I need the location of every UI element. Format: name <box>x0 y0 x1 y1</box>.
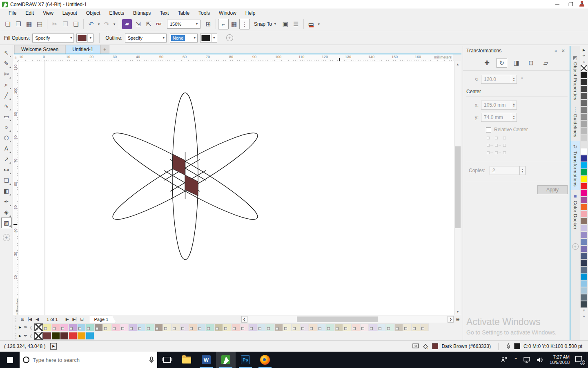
color-swatch[interactable] <box>580 162 588 169</box>
color-swatch[interactable] <box>369 323 377 331</box>
color-swatch[interactable] <box>309 323 317 331</box>
ellipse-tool[interactable]: ○ <box>1 122 12 132</box>
full-screen-preview-button[interactable]: ⊞ <box>203 19 214 29</box>
tab-transformations[interactable]: ↻ Transformations <box>570 141 580 190</box>
menu-item[interactable]: Window <box>214 9 241 17</box>
scroll-left-icon[interactable]: ❮ <box>241 316 247 323</box>
size-transform-button[interactable]: ⊡ <box>526 58 537 68</box>
taskbar-search[interactable] <box>20 352 157 368</box>
menu-item[interactable]: Effects <box>105 9 129 17</box>
color-swatch[interactable] <box>580 127 588 134</box>
anchor-checkbox[interactable] <box>495 144 498 147</box>
color-swatch[interactable] <box>580 183 588 190</box>
color-swatch[interactable] <box>249 323 257 331</box>
people-icon[interactable] <box>501 357 508 363</box>
menu-item[interactable]: Help <box>241 9 260 17</box>
minimize-button[interactable] <box>551 0 564 9</box>
color-swatch[interactable] <box>69 332 77 340</box>
color-swatch[interactable] <box>412 323 420 331</box>
color-swatch[interactable] <box>580 252 588 259</box>
toolbar-separator[interactable] <box>83 19 84 29</box>
vertical-ruler[interactable]: 1101009080706050403020 millimeters <box>13 61 18 315</box>
show-desktop-button[interactable] <box>586 352 588 368</box>
snap-to-dropdown[interactable]: Snap To ▾ <box>250 21 280 27</box>
fill-color-picker[interactable]: ▾ <box>76 34 94 43</box>
tab-color-docker[interactable]: ■ Color Docker <box>570 190 580 233</box>
hidden-icons-chevron[interactable]: ⌃ <box>514 357 518 363</box>
palette-scroll-down-icon[interactable]: ▼ <box>582 308 586 314</box>
brown-parallelogram-lower[interactable] <box>185 175 198 196</box>
options-button[interactable]: ☰ <box>291 19 301 29</box>
save-button[interactable]: ▦ <box>24 19 34 29</box>
toolbar-separator[interactable] <box>216 19 216 29</box>
launch-application-button[interactable]: ▭ <box>306 19 316 29</box>
color-swatch[interactable] <box>580 266 588 273</box>
object-info-expand-icon[interactable]: ▶ <box>50 343 57 350</box>
freehand-tool[interactable]: ╱ <box>1 90 12 101</box>
fill-options-select[interactable]: Specify ▾ <box>32 34 74 43</box>
anchor-checkbox[interactable] <box>503 137 506 139</box>
menu-item[interactable]: Table <box>173 9 194 17</box>
interactive-fill-tool[interactable]: ▨ <box>1 218 12 228</box>
restore-button[interactable] <box>564 0 576 9</box>
network-icon[interactable] <box>523 357 531 363</box>
scroll-up-icon[interactable]: ▲ <box>454 61 461 67</box>
color-swatch[interactable] <box>283 323 292 331</box>
palette-scroll-left-icon[interactable]: ❮ <box>29 334 34 338</box>
color-swatch[interactable] <box>51 332 60 340</box>
color-swatch[interactable] <box>580 231 588 238</box>
color-swatch[interactable] <box>34 332 43 340</box>
outline-width-combo[interactable]: None ▾ <box>170 34 198 43</box>
color-swatch[interactable] <box>580 176 588 183</box>
toolbar-separator[interactable] <box>119 19 119 29</box>
color-swatch[interactable] <box>420 323 429 331</box>
color-swatch[interactable] <box>580 85 588 92</box>
zoom-tool[interactable]: ⌕ <box>1 79 12 90</box>
fill-tool[interactable]: ◈ <box>1 207 12 218</box>
palette-expand-icon[interactable]: » <box>583 314 585 319</box>
color-swatch[interactable] <box>223 323 232 331</box>
polygon-tool[interactable]: ⬡ <box>1 132 12 143</box>
color-swatch[interactable] <box>86 323 94 331</box>
color-swatch[interactable] <box>580 65 588 72</box>
color-swatch[interactable] <box>274 323 283 331</box>
color-swatch[interactable] <box>94 323 103 331</box>
tab-untitled-1[interactable]: Untitled-1 <box>65 45 100 54</box>
photoshop-button[interactable]: Ps <box>236 352 255 368</box>
color-swatch[interactable] <box>189 323 197 331</box>
new-document-tab-button[interactable]: + <box>100 45 109 54</box>
skew-transform-button[interactable]: ▱ <box>541 58 551 68</box>
color-swatch[interactable] <box>103 323 111 331</box>
color-swatch[interactable] <box>60 332 69 340</box>
firefox-button[interactable] <box>255 352 275 368</box>
publish-pdf-button[interactable]: PDF <box>154 19 165 29</box>
center-x-input[interactable]: 105.0 mm <box>481 101 511 110</box>
scroll-right-icon[interactable]: ❯ <box>448 316 454 323</box>
color-swatch[interactable] <box>360 323 369 331</box>
tab-guidelines[interactable]: ┆ Guidelines <box>570 103 580 141</box>
color-swatch[interactable] <box>580 280 588 287</box>
add-docker-icon[interactable]: + <box>572 243 579 250</box>
action-center-button[interactable]: 2 <box>575 356 584 364</box>
artistic-media-tool[interactable]: ∿ <box>1 101 12 111</box>
color-swatch[interactable] <box>43 332 51 340</box>
copies-input[interactable]: 2 <box>490 166 520 175</box>
color-swatch[interactable] <box>172 323 180 331</box>
color-swatch[interactable] <box>580 204 588 211</box>
add-page-button[interactable]: ⊞ <box>19 316 26 323</box>
add-page-button[interactable]: ⊞ <box>78 316 86 323</box>
palette-scroll-up-icon[interactable]: ▲ <box>582 59 586 65</box>
color-swatch[interactable] <box>386 323 394 331</box>
color-swatch[interactable] <box>343 323 352 331</box>
open-button[interactable]: ❒ <box>13 19 24 29</box>
color-swatch[interactable] <box>580 238 588 245</box>
grip-handle[interactable] <box>16 333 18 339</box>
color-swatch[interactable] <box>580 155 588 162</box>
first-page-button[interactable]: |◀ <box>26 316 33 323</box>
file-explorer-button[interactable] <box>177 352 196 368</box>
rectangle-tool[interactable]: ▭ <box>1 111 12 122</box>
anchor-checkbox[interactable] <box>503 151 506 154</box>
tab-welcome-screen[interactable]: Welcome Screen <box>14 45 65 54</box>
color-swatch[interactable] <box>51 323 60 331</box>
color-swatch[interactable] <box>129 323 137 331</box>
